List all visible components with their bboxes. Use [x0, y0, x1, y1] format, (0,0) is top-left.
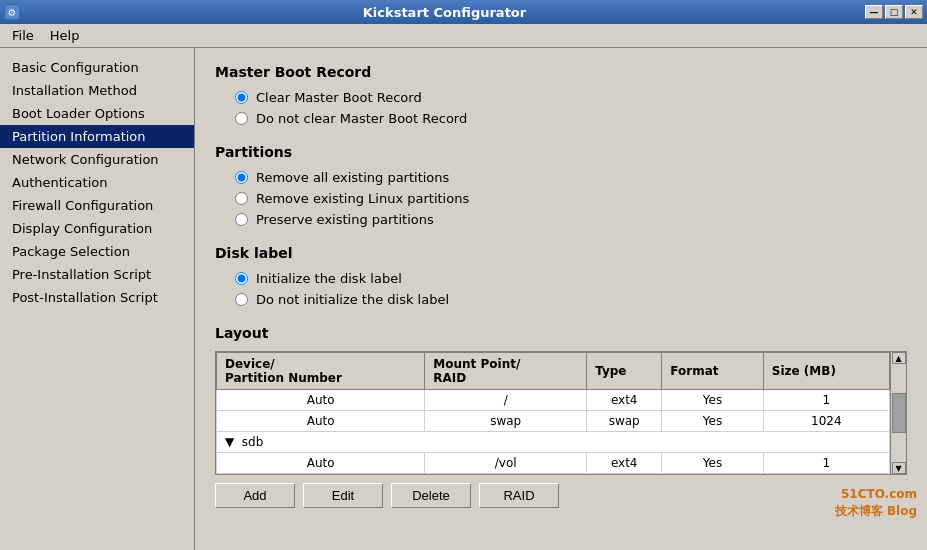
watermark: 51CTO.com 技术博客 Blog: [835, 486, 917, 520]
mbr-clear-label: Clear Master Boot Record: [256, 90, 422, 105]
partition-remove-all-option: Remove all existing partitions: [235, 170, 907, 185]
content-area: Master Boot Record Clear Master Boot Rec…: [195, 48, 927, 550]
sidebar-item-boot-loader-options[interactable]: Boot Loader Options: [0, 102, 194, 125]
mbr-section: Master Boot Record Clear Master Boot Rec…: [215, 64, 907, 126]
partition-remove-linux-option: Remove existing Linux partitions: [235, 191, 907, 206]
edit-button[interactable]: Edit: [303, 483, 383, 508]
partition-preserve-option: Preserve existing partitions: [235, 212, 907, 227]
layout-table-wrapper: Device/Partition Number Mount Point/RAID…: [216, 352, 906, 474]
mbr-noclear-label: Do not clear Master Boot Record: [256, 111, 467, 126]
watermark-line1: 51CTO.com: [835, 486, 917, 503]
disk-init-option: Initialize the disk label: [235, 271, 907, 286]
sidebar-item-package-selection[interactable]: Package Selection: [0, 240, 194, 263]
col-format: Format: [662, 353, 763, 390]
partition-remove-linux-label: Remove existing Linux partitions: [256, 191, 469, 206]
row2-size: 1024: [763, 411, 889, 432]
mbr-clear-option: Clear Master Boot Record: [235, 90, 907, 105]
sidebar-item-authentication[interactable]: Authentication: [0, 171, 194, 194]
mbr-noclear-option: Do not clear Master Boot Record: [235, 111, 907, 126]
sidebar-item-installation-method[interactable]: Installation Method: [0, 79, 194, 102]
raid-button[interactable]: RAID: [479, 483, 559, 508]
table-row: Auto swap swap Yes 1024: [217, 411, 890, 432]
disk-init-label: Initialize the disk label: [256, 271, 402, 286]
col-device: Device/Partition Number: [217, 353, 425, 390]
add-button[interactable]: Add: [215, 483, 295, 508]
row3-format: Yes: [662, 453, 763, 474]
sidebar-item-post-installation-script[interactable]: Post-Installation Script: [0, 286, 194, 309]
row1-size: 1: [763, 390, 889, 411]
row1-format: Yes: [662, 390, 763, 411]
row1-mount: /: [425, 390, 587, 411]
mbr-clear-radio[interactable]: [235, 91, 248, 104]
minimize-button[interactable]: —: [865, 5, 883, 19]
menu-bar: File Help: [0, 24, 927, 48]
sidebar-item-basic-configuration[interactable]: Basic Configuration: [0, 56, 194, 79]
partition-preserve-radio[interactable]: [235, 213, 248, 226]
watermark-line2: 技术博客 Blog: [835, 503, 917, 520]
row2-device: Auto: [217, 411, 425, 432]
scrollbar-down[interactable]: ▼: [892, 462, 906, 474]
sidebar-item-partition-information[interactable]: Partition Information: [0, 125, 194, 148]
layout-section: Layout Device/Partition Number Mount Poi…: [215, 325, 907, 508]
sidebar-item-display-configuration[interactable]: Display Configuration: [0, 217, 194, 240]
app-icon: ⚙: [4, 4, 20, 20]
row2-mount: swap: [425, 411, 587, 432]
menu-file[interactable]: File: [4, 26, 42, 45]
disk-noinit-option: Do not initialize the disk label: [235, 292, 907, 307]
disk-label-title: Disk label: [215, 245, 907, 261]
sidebar-item-network-configuration[interactable]: Network Configuration: [0, 148, 194, 171]
group-sdb-label: ▼ sdb: [217, 432, 890, 453]
layout-table-scroll: Device/Partition Number Mount Point/RAID…: [216, 352, 890, 474]
partition-remove-all-label: Remove all existing partitions: [256, 170, 449, 185]
close-button[interactable]: ✕: [905, 5, 923, 19]
scrollbar-thumb[interactable]: [892, 393, 906, 433]
main-container: Basic Configuration Installation Method …: [0, 48, 927, 550]
row1-type: ext4: [587, 390, 662, 411]
sidebar: Basic Configuration Installation Method …: [0, 48, 195, 550]
col-mount: Mount Point/RAID: [425, 353, 587, 390]
delete-button[interactable]: Delete: [391, 483, 471, 508]
partition-remove-all-radio[interactable]: [235, 171, 248, 184]
partitions-section: Partitions Remove all existing partition…: [215, 144, 907, 227]
table-group-sdb: ▼ sdb: [217, 432, 890, 453]
mbr-title: Master Boot Record: [215, 64, 907, 80]
mbr-radio-group: Clear Master Boot Record Do not clear Ma…: [235, 90, 907, 126]
row2-format: Yes: [662, 411, 763, 432]
table-row: Auto / ext4 Yes 1: [217, 390, 890, 411]
layout-table-container: Device/Partition Number Mount Point/RAID…: [215, 351, 907, 475]
disk-noinit-label: Do not initialize the disk label: [256, 292, 449, 307]
sidebar-item-firewall-configuration[interactable]: Firewall Configuration: [0, 194, 194, 217]
table-scrollbar[interactable]: ▲ ▼: [890, 352, 906, 474]
disk-init-radio[interactable]: [235, 272, 248, 285]
mbr-noclear-radio[interactable]: [235, 112, 248, 125]
row1-device: Auto: [217, 390, 425, 411]
sidebar-item-pre-installation-script[interactable]: Pre-Installation Script: [0, 263, 194, 286]
disk-label-radio-group: Initialize the disk label Do not initial…: [235, 271, 907, 307]
row3-size: 1: [763, 453, 889, 474]
table-row: Auto /vol ext4 Yes 1: [217, 453, 890, 474]
layout-title: Layout: [215, 325, 907, 341]
partitions-title: Partitions: [215, 144, 907, 160]
partition-preserve-label: Preserve existing partitions: [256, 212, 434, 227]
row3-type: ext4: [587, 453, 662, 474]
action-buttons: Add Edit Delete RAID: [215, 483, 907, 508]
partitions-radio-group: Remove all existing partitions Remove ex…: [235, 170, 907, 227]
disk-noinit-radio[interactable]: [235, 293, 248, 306]
restore-button[interactable]: □: [885, 5, 903, 19]
scrollbar-up[interactable]: ▲: [892, 352, 906, 364]
disk-label-section: Disk label Initialize the disk label Do …: [215, 245, 907, 307]
partition-remove-linux-radio[interactable]: [235, 192, 248, 205]
row3-mount: /vol: [425, 453, 587, 474]
layout-table: Device/Partition Number Mount Point/RAID…: [216, 352, 890, 474]
col-type: Type: [587, 353, 662, 390]
col-size: Size (MB): [763, 353, 889, 390]
row2-type: swap: [587, 411, 662, 432]
window-controls: — □ ✕: [865, 5, 927, 19]
row3-device: Auto: [217, 453, 425, 474]
title-bar: ⚙ Kickstart Configurator — □ ✕: [0, 0, 927, 24]
window-title: Kickstart Configurator: [24, 5, 865, 20]
menu-help[interactable]: Help: [42, 26, 88, 45]
